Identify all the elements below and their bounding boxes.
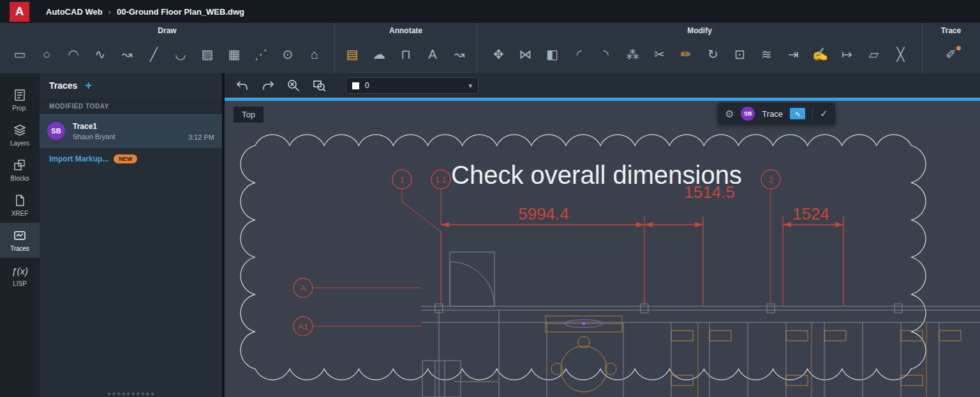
divider [812, 107, 813, 120]
sidebar-item-layers[interactable]: Layers [0, 117, 40, 153]
chamfer-icon[interactable]: ◝ [597, 45, 616, 64]
polygon-icon[interactable]: ⌂ [305, 45, 324, 64]
document-name[interactable]: 00-Ground Floor Plan_WEB.dwg [117, 7, 244, 17]
linear-dimension-icon[interactable]: ⊓ [396, 45, 415, 64]
purple-fixture-center [583, 322, 586, 326]
autocad-web-window: A AutoCAD Web › 00-Ground Floor Plan_WEB… [0, 0, 980, 397]
polyline-icon[interactable]: ∿ [91, 45, 110, 64]
copy-icon[interactable]: ▱ [865, 45, 884, 64]
move-icon[interactable]: ✥ [489, 45, 509, 64]
arc-icon[interactable]: ◠ [64, 45, 83, 64]
dimension-value: 5994.4 [518, 204, 569, 223]
ellipse-icon[interactable]: ⊙ [278, 45, 297, 64]
trace-time: 3:12 PM [188, 133, 214, 147]
circle-icon[interactable]: ○ [37, 45, 56, 64]
autocad-logo[interactable]: A [10, 2, 29, 22]
drawing-viewport[interactable]: Top ⚙ SB Trace ∿ ✓ [225, 98, 980, 397]
offset-icon[interactable]: ≋ [757, 45, 776, 64]
furniture [546, 316, 961, 397]
breadcrumb: AutoCAD Web › 00-Ground Floor Plan_WEB.d… [46, 7, 244, 17]
text-icon[interactable]: A [423, 45, 442, 64]
sidebar-item-lisp[interactable]: ƒ(x) LISP [0, 258, 40, 293]
redo-icon [260, 78, 276, 93]
zoom-object-button[interactable] [285, 77, 302, 94]
arc-3-point-icon[interactable]: ◡ [171, 45, 190, 64]
erase-icon[interactable]: ✏ [677, 45, 696, 64]
app-header: A AutoCAD Web › 00-Ground Floor Plan_WEB… [0, 0, 980, 23]
hatch-icon[interactable]: ▨ [198, 45, 217, 64]
sidebar-item-blocks[interactable]: Blocks [0, 153, 40, 188]
ribbon-group-trace: Trace ✐ [923, 23, 979, 73]
line-icon[interactable]: ╱ [144, 45, 163, 64]
undo-icon [235, 78, 250, 93]
annotate-tools: ▤☁⊓A↝ [335, 35, 477, 73]
flip-icon[interactable]: ◧ [543, 45, 562, 64]
mirror-icon[interactable]: ⋈ [516, 45, 535, 64]
import-markup-link[interactable]: Import Markup... [49, 154, 108, 163]
trace-floating-toolbar: ⚙ SB Trace ∿ ✓ [718, 103, 835, 124]
breadcrumb-separator-icon: › [108, 7, 111, 17]
layer-color-swatch [352, 82, 359, 89]
new-trace-icon[interactable]: ✐ [942, 45, 961, 64]
trace-meta: Trace1 Shaun Bryant [73, 122, 115, 140]
ribbon-group-modify: Modify ✥⋈◧◜◝⁂✂✏↻⊡≋⇥✍↦▱╳ [477, 23, 923, 73]
sidebar-item-xref[interactable]: XREF [0, 188, 40, 223]
gear-icon[interactable]: ⚙ [725, 108, 734, 120]
grid-bubble-label: 1 [399, 175, 404, 184]
app-title[interactable]: AutoCAD Web [46, 7, 103, 17]
left-rail: Prop. Layers Blocks XREF Traces [0, 73, 40, 397]
ribbon-group-label: Modify [687, 26, 712, 35]
layer-dropdown[interactable]: 0 ▾ [346, 77, 479, 94]
redo-button[interactable] [259, 77, 277, 94]
spline-icon[interactable]: ↝ [117, 45, 137, 64]
modified-today-section-label: MODIFIED TODAY [40, 98, 222, 114]
trace-list-item[interactable]: SB Trace1 Shaun Bryant 3:12 PM [40, 114, 222, 147]
lisp-icon: ƒ(x) [11, 264, 28, 278]
leader-icon[interactable]: ↝ [450, 45, 469, 64]
chevron-down-icon: ▾ [468, 82, 472, 90]
ribbon-group-draw: Draw ▭○◠∿↝╱◡▨▦⋰⊙⌂ [0, 23, 335, 73]
avatar: SB [47, 122, 65, 140]
scale-icon[interactable]: ⊡ [731, 45, 750, 64]
zoom-window-button[interactable] [310, 77, 328, 94]
trace-name: Trace1 [73, 122, 115, 131]
checkmark-icon[interactable]: ✓ [820, 108, 828, 119]
trace-tools: ✐ [923, 35, 979, 73]
blocks-icon [13, 158, 27, 172]
markup-assist-icon[interactable]: ✍ [811, 45, 830, 64]
avatar: SB [741, 107, 755, 121]
ribbon-group-label: Draw [158, 26, 176, 35]
panel-resize-handle[interactable] [108, 393, 154, 395]
rotate-icon[interactable]: ↻ [704, 45, 723, 64]
canvas-area: 0 ▾ Top ⚙ SB Trace ∿ ✓ [225, 73, 980, 397]
align-icon[interactable]: ⇥ [784, 45, 803, 64]
extend-icon[interactable]: ↦ [838, 45, 857, 64]
grid-bubble-label: A [301, 283, 306, 293]
divide-icon[interactable]: ⋰ [251, 45, 271, 64]
zoom-object-icon [286, 78, 301, 93]
rectangle-icon[interactable]: ▭ [10, 45, 29, 64]
ribbon-group-label: Trace [941, 26, 961, 35]
sidebar-item-label: LISP [13, 280, 27, 287]
dimension-tool-icon[interactable]: ▤ [343, 45, 362, 64]
revision-cloud-icon[interactable]: ☁ [369, 45, 389, 64]
cad-drawing: 1 1.1 2 A A1 5994.4 1514.5 1524 Check ov… [225, 101, 980, 397]
dimension-lines [313, 189, 843, 326]
array-polar-icon[interactable]: ⁂ [623, 45, 642, 64]
modify-tools: ✥⋈◧◜◝⁂✂✏↻⊡≋⇥✍↦▱╳ [477, 35, 922, 73]
layer-value: 0 [365, 81, 369, 90]
break-icon[interactable]: ╳ [891, 45, 910, 64]
trace-mode-icon[interactable]: ∿ [790, 108, 805, 119]
traces-panel: Traces + MODIFIED TODAY SB Trace1 Shaun … [40, 73, 223, 397]
undo-button[interactable] [234, 77, 251, 94]
array-rectangular-icon[interactable]: ▦ [225, 45, 244, 64]
trim-icon[interactable]: ✂ [650, 45, 669, 64]
add-trace-icon[interactable]: + [85, 79, 92, 93]
grid-bubble-label: 1.1 [435, 175, 447, 184]
layers-icon [13, 123, 27, 137]
sidebar-item-traces[interactable]: Traces [0, 223, 40, 258]
fillet-icon[interactable]: ◜ [570, 45, 589, 64]
sidebar-item-properties[interactable]: Prop. [0, 82, 40, 117]
view-cube-label[interactable]: Top [234, 107, 264, 123]
trace-bar-label: Trace [762, 109, 783, 119]
